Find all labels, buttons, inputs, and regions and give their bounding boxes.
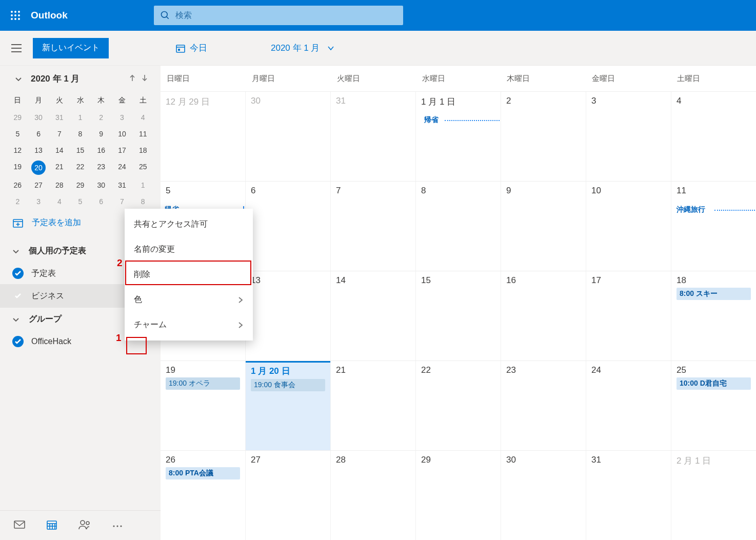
mini-day[interactable]: 18: [132, 142, 153, 158]
day-cell[interactable]: 22: [416, 361, 501, 450]
mini-day[interactable]: 17: [112, 142, 133, 158]
mini-day[interactable]: 31: [49, 109, 70, 126]
day-cell[interactable]: 24: [586, 361, 671, 450]
mini-day[interactable]: 10: [112, 126, 133, 142]
day-cell[interactable]: 8: [416, 182, 501, 271]
mini-day[interactable]: 31: [112, 177, 133, 193]
next-arrow-icon[interactable]: [246, 43, 256, 54]
mini-day[interactable]: 1: [70, 109, 91, 126]
day-cell[interactable]: 11沖縄旅行: [671, 182, 756, 271]
day-cell[interactable]: 28: [331, 451, 416, 540]
hamburger-icon[interactable]: [0, 44, 33, 53]
multiday-event[interactable]: 沖縄旅行: [671, 204, 756, 215]
event-chip[interactable]: 19:00 オペラ: [166, 377, 240, 390]
calendar-check-icon[interactable]: [12, 336, 24, 347]
mini-day[interactable]: 15: [70, 142, 91, 158]
mini-next-icon[interactable]: [141, 74, 148, 84]
mini-day[interactable]: 26: [7, 177, 28, 193]
day-cell[interactable]: 6: [246, 182, 331, 271]
mini-day[interactable]: 8: [70, 126, 91, 142]
event-chip[interactable]: 8:00 PTA会議: [166, 467, 240, 479]
mini-day[interactable]: 2: [7, 193, 28, 210]
new-event-button[interactable]: 新しいイベント: [33, 38, 109, 58]
day-cell[interactable]: 17: [586, 271, 671, 361]
mini-day[interactable]: 30: [28, 109, 49, 126]
mini-calendar[interactable]: 日月火水木金土293031123456789101112131415161718…: [7, 92, 153, 210]
mini-day[interactable]: 1: [132, 177, 153, 193]
search-input[interactable]: [175, 11, 397, 20]
mini-day[interactable]: 7: [112, 193, 133, 210]
day-cell[interactable]: 21: [331, 361, 416, 450]
mini-day[interactable]: 24: [112, 158, 133, 177]
mini-day[interactable]: 11: [132, 126, 153, 142]
mini-day[interactable]: 3: [112, 109, 133, 126]
calendar-icon[interactable]: [46, 519, 57, 532]
calendar-check-icon[interactable]: [12, 268, 24, 279]
mini-day[interactable]: 12: [7, 142, 28, 158]
mini-day[interactable]: 3: [28, 193, 49, 210]
day-cell[interactable]: 2: [501, 92, 586, 181]
day-cell[interactable]: 1 月 20 日19:00 食事会: [246, 361, 331, 450]
mini-day[interactable]: 23: [91, 158, 112, 177]
day-cell[interactable]: 15: [416, 271, 501, 361]
day-cell[interactable]: 10: [586, 182, 671, 271]
context-menu-item[interactable]: 共有とアクセス許可: [125, 212, 253, 237]
context-menu-item[interactable]: チャーム: [125, 312, 253, 337]
context-menu-item[interactable]: 削除: [125, 262, 253, 287]
mini-day[interactable]: 16: [91, 142, 112, 158]
mini-day[interactable]: 4: [132, 109, 153, 126]
mini-day[interactable]: 6: [91, 193, 112, 210]
day-cell[interactable]: 1 月 1 日帰省: [416, 92, 501, 181]
mini-day[interactable]: 22: [70, 158, 91, 177]
mini-day[interactable]: 5: [7, 126, 28, 142]
mini-day[interactable]: 6: [28, 126, 49, 142]
search-box[interactable]: [154, 6, 403, 25]
multiday-event[interactable]: 帰省: [416, 114, 501, 126]
event-chip[interactable]: 8:00 スキー: [677, 288, 751, 300]
mini-day[interactable]: 5: [70, 193, 91, 210]
mail-icon[interactable]: [13, 519, 26, 531]
day-cell[interactable]: 1919:00 オペラ: [161, 361, 246, 450]
mini-day[interactable]: 29: [70, 177, 91, 193]
day-cell[interactable]: 16: [501, 271, 586, 361]
mini-day[interactable]: 7: [49, 126, 70, 142]
event-chip[interactable]: 19:00 食事会: [251, 379, 325, 391]
calendar-check-icon[interactable]: [12, 290, 24, 302]
mini-day[interactable]: 28: [49, 177, 70, 193]
context-menu-item[interactable]: 色: [125, 287, 253, 312]
day-cell[interactable]: 12 月 29 日: [161, 92, 246, 181]
day-cell[interactable]: 30: [246, 92, 331, 181]
more-icon[interactable]: [112, 522, 123, 530]
day-cell[interactable]: 31: [586, 451, 671, 540]
day-cell[interactable]: 31: [331, 92, 416, 181]
mini-day[interactable]: 25: [132, 158, 153, 177]
mini-day[interactable]: 14: [49, 142, 70, 158]
mini-day[interactable]: 29: [7, 109, 28, 126]
day-cell[interactable]: 7: [331, 182, 416, 271]
day-cell[interactable]: 188:00 スキー: [671, 271, 756, 361]
day-cell[interactable]: 30: [501, 451, 586, 540]
day-cell[interactable]: 2510:00 D君自宅: [671, 361, 756, 450]
mini-day[interactable]: 2: [91, 109, 112, 126]
prev-arrow-icon[interactable]: [222, 43, 232, 54]
mini-day[interactable]: 4: [49, 193, 70, 210]
mini-day[interactable]: 27: [28, 177, 49, 193]
day-cell[interactable]: 268:00 PTA会議: [161, 451, 246, 540]
mini-day[interactable]: 13: [28, 142, 49, 158]
day-cell[interactable]: 23: [501, 361, 586, 450]
day-cell[interactable]: 27: [246, 451, 331, 540]
day-cell[interactable]: 2 月 1 日: [671, 451, 756, 540]
day-cell[interactable]: 13: [246, 271, 331, 361]
event-chip[interactable]: 10:00 D君自宅: [677, 377, 751, 390]
date-selector[interactable]: 2020 年 1 月: [271, 42, 335, 54]
mini-day[interactable]: 19: [7, 158, 28, 177]
people-icon[interactable]: [78, 519, 91, 532]
context-menu-item[interactable]: 名前の変更: [125, 237, 253, 262]
mini-day[interactable]: 8: [132, 193, 153, 210]
mini-calendar-collapse-icon[interactable]: [13, 75, 24, 83]
today-button[interactable]: 今日: [175, 42, 207, 54]
day-cell[interactable]: 29: [416, 451, 501, 540]
day-cell[interactable]: 4: [671, 92, 756, 181]
mini-day[interactable]: 30: [91, 177, 112, 193]
mini-day[interactable]: 9: [91, 126, 112, 142]
